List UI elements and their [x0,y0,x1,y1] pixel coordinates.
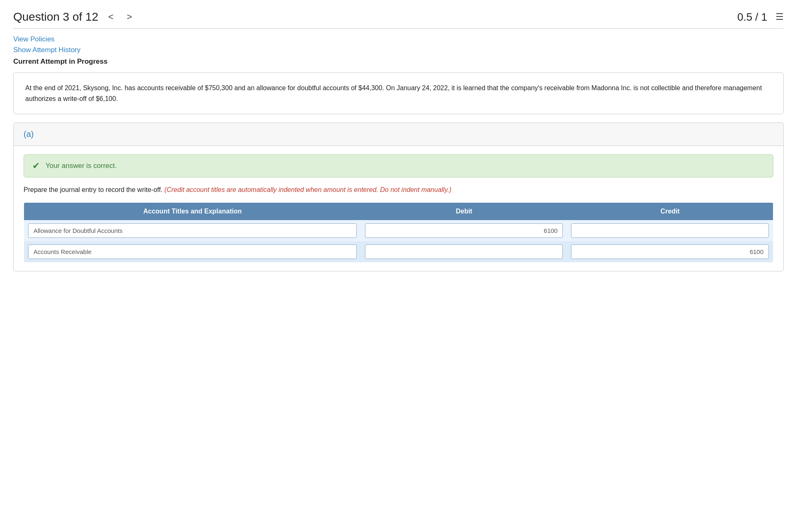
journal-entry-table: Account Titles and Explanation Debit Cre… [24,202,773,263]
account-input-row-1[interactable] [28,223,357,238]
col-header-account: Account Titles and Explanation [24,203,361,220]
question-label: Question 3 of 12 [13,10,98,24]
credit-input-row-2[interactable] [571,244,769,259]
journal-table-wrapper: Account Titles and Explanation Debit Cre… [24,202,773,263]
correct-answer-banner: ✔ Your answer is correct. [24,154,773,177]
question-text: At the end of 2021, Skysong, Inc. has ac… [25,84,762,102]
page-container: Question 3 of 12 < > 0.5 / 1 ☰ View Poli… [0,0,797,532]
view-policies-link[interactable]: View Policies [13,35,784,43]
menu-icon[interactable]: ☰ [775,12,784,22]
current-attempt-label: Current Attempt in Progress [13,58,784,66]
instruction-italic: (Credit account titles are automatically… [164,186,451,193]
header-left: Question 3 of 12 < > [13,10,135,24]
header-right: 0.5 / 1 ☰ [737,11,784,24]
header-row: Question 3 of 12 < > 0.5 / 1 ☰ [13,10,784,29]
links-section: View Policies Show Attempt History [13,35,784,54]
part-a-box: (a) ✔ Your answer is correct. Prepare th… [13,122,784,271]
col-header-debit: Debit [361,203,567,220]
part-a-header: (a) [14,123,783,146]
next-question-button[interactable]: > [123,10,135,24]
account-input-row-2[interactable] [28,244,357,259]
instruction-static: Prepare the journal entry to record the … [24,186,163,193]
credit-input-row-1[interactable] [571,223,769,238]
debit-input-row-2[interactable] [365,244,563,259]
show-attempt-history-link[interactable]: Show Attempt History [13,46,784,54]
part-a-body: ✔ Your answer is correct. Prepare the jo… [14,146,783,271]
part-a-label: (a) [24,129,34,139]
col-header-credit: Credit [567,203,773,220]
instruction-row: Prepare the journal entry to record the … [24,185,773,195]
table-row [24,241,773,263]
score-display: 0.5 / 1 [737,11,767,24]
checkmark-icon: ✔ [32,161,40,171]
table-header-row: Account Titles and Explanation Debit Cre… [24,203,773,220]
table-row [24,220,773,241]
debit-input-row-1[interactable] [365,223,563,238]
correct-text: Your answer is correct. [46,162,117,170]
prev-question-button[interactable]: < [105,10,117,24]
question-text-box: At the end of 2021, Skysong, Inc. has ac… [13,72,784,114]
